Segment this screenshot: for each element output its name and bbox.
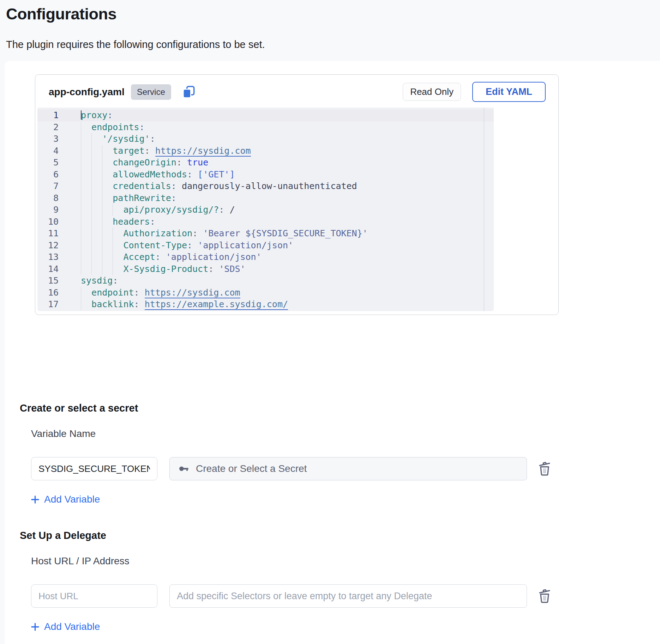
edit-yaml-button[interactable]: Edit YAML	[472, 82, 546, 102]
indent-guide	[91, 239, 102, 251]
code-line: 13Accept: 'application/json'	[37, 251, 494, 263]
line-number: 5	[37, 157, 59, 169]
code-line: 5changeOrigin: true	[37, 157, 494, 169]
indent-guide	[102, 145, 113, 157]
content-card: app-config.yaml Service Read Only Edit Y…	[5, 61, 660, 644]
indent-guide	[102, 263, 113, 275]
indent-guide	[113, 239, 123, 251]
indent-guide	[102, 251, 113, 263]
indent-guide	[81, 251, 91, 263]
yaml-code-editor[interactable]: 1proxy:2endpoints:3'/sysdig':4target: ht…	[37, 108, 494, 311]
code-line: 2endpoints:	[37, 121, 494, 133]
code-token: :	[150, 134, 155, 144]
secret-section-heading: Create or select a secret	[20, 402, 660, 414]
indent-guide	[81, 145, 91, 157]
code-token: :	[150, 217, 155, 227]
line-number: 3	[37, 133, 59, 145]
delete-secret-row-button[interactable]	[536, 460, 553, 477]
add-variable-button-secret[interactable]: Add Variable	[30, 494, 100, 505]
indent-guide	[102, 204, 113, 216]
code-token: :	[155, 252, 166, 262]
code-token: 'application/json'	[166, 252, 262, 262]
code-line: 12Content-Type: 'application/json'	[37, 239, 494, 251]
indent-guide	[113, 227, 123, 239]
code-link[interactable]: https://example.sysdig.com/	[145, 299, 288, 310]
indent-guide	[81, 227, 91, 239]
code-token: backlink	[91, 299, 134, 309]
code-line: 14X-Sysdig-Product: 'SDS'	[37, 263, 494, 275]
line-number: 11	[37, 227, 59, 239]
plus-icon	[30, 495, 40, 504]
delegate-section-heading: Set Up a Delegate	[20, 530, 660, 541]
code-line: 10headers:	[37, 216, 494, 228]
yaml-editor-panel: app-config.yaml Service Read Only Edit Y…	[35, 74, 559, 315]
indent-guide	[81, 192, 91, 204]
indent-guide	[113, 263, 123, 275]
code-token: :	[171, 181, 182, 191]
indent-guide	[81, 263, 91, 275]
code-token: sysdig	[81, 275, 113, 286]
code-token: headers	[113, 217, 150, 227]
host-url-input[interactable]	[31, 584, 157, 608]
code-token: :	[187, 169, 198, 180]
code-token: :	[145, 146, 155, 156]
code-token: :	[176, 157, 187, 168]
delete-delegate-row-button[interactable]	[536, 588, 553, 604]
code-link[interactable]: https://sysdig.com	[145, 287, 240, 298]
code-token: endpoint	[91, 287, 134, 298]
host-url-label: Host URL / IP Address	[31, 555, 660, 567]
indent-guide	[91, 192, 102, 204]
copy-button[interactable]	[181, 84, 197, 100]
code-token: Content-Type	[123, 240, 187, 250]
code-token: :	[187, 240, 198, 250]
copy-icon	[182, 85, 196, 99]
code-token: :	[219, 205, 229, 215]
trash-icon	[536, 461, 553, 477]
indent-guide	[81, 180, 91, 192]
code-token: :	[171, 193, 176, 203]
code-line: 8pathRewrite:	[37, 192, 494, 204]
add-variable-button-delegate[interactable]: Add Variable	[30, 621, 100, 632]
secret-field-row: Create or Select a Secret	[31, 457, 660, 480]
code-line: 1proxy:	[37, 109, 494, 121]
secret-select[interactable]: Create or Select a Secret	[169, 457, 527, 480]
line-number: 10	[37, 216, 59, 228]
plus-icon	[30, 622, 40, 632]
line-number: 15	[37, 275, 59, 287]
trash-icon	[536, 588, 553, 604]
line-number: 14	[37, 263, 59, 275]
line-number: 17	[37, 298, 59, 310]
code-token: X-Sysdig-Product	[123, 264, 208, 274]
page-subtitle: The plugin requires the following config…	[6, 39, 654, 50]
indent-guide	[102, 169, 113, 181]
add-variable-label: Add Variable	[44, 621, 100, 632]
indent-guide	[91, 251, 102, 263]
code-token: true	[187, 157, 208, 168]
code-token: api/proxy/sysdig/?	[123, 205, 219, 215]
indent-guide	[81, 239, 91, 251]
line-number: 6	[37, 169, 59, 181]
code-token: :	[107, 110, 113, 120]
code-token: Accept	[123, 252, 155, 262]
code-link[interactable]: https://sysdig.com	[155, 146, 251, 157]
code-line: 16endpoint: https://sysdig.com	[37, 287, 494, 299]
code-token: :	[134, 287, 145, 298]
code-line: 17backlink: https://example.sysdig.com/	[37, 298, 494, 310]
indent-guide	[102, 227, 113, 239]
line-number: 7	[37, 180, 59, 192]
code-token: ['GET']	[198, 169, 235, 180]
code-line: 3'/sysdig':	[37, 133, 494, 145]
indent-guide	[91, 169, 102, 181]
indent-guide	[113, 204, 123, 216]
line-number: 1	[37, 109, 59, 121]
indent-guide	[91, 133, 102, 145]
variable-name-input[interactable]	[31, 457, 157, 480]
indent-guide	[102, 157, 113, 169]
line-number: 9	[37, 204, 59, 216]
code-token: proxy	[81, 110, 107, 120]
indent-guide	[102, 239, 113, 251]
code-token: 'Bearer ${SYSDIG_SECURE_TOKEN}'	[203, 228, 368, 238]
delegate-selectors-input[interactable]	[169, 584, 527, 608]
indent-guide	[81, 287, 91, 299]
secret-select-placeholder: Create or Select a Secret	[196, 463, 307, 474]
